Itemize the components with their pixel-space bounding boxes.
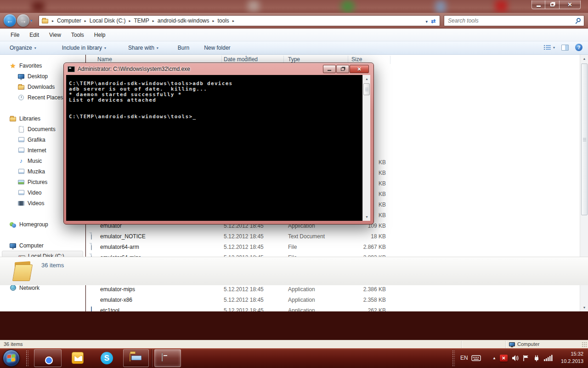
menu-file[interactable]: File <box>6 30 24 40</box>
search-input[interactable] <box>444 16 584 26</box>
taskbar-explorer-button[interactable] <box>123 349 149 367</box>
volume-icon[interactable] <box>512 355 519 363</box>
clock-time: 15:32 <box>561 350 583 357</box>
language-indicator[interactable]: EN <box>460 355 468 361</box>
taskbar-cmd-button[interactable] <box>154 349 181 367</box>
menu-view[interactable]: View <box>44 30 66 40</box>
scroll-down-button[interactable]: ▼ <box>580 304 588 311</box>
close-button[interactable]: ✕ <box>559 0 581 9</box>
taskbar-clock[interactable]: 15:32 10.2.2013 <box>561 350 583 365</box>
console-icon <box>162 353 163 362</box>
column-header-name[interactable]: Name <box>97 56 112 63</box>
network-signal-icon[interactable] <box>544 355 553 363</box>
sidebar-spacer <box>0 230 85 240</box>
new-folder-button[interactable]: New folder <box>200 42 234 53</box>
file-row[interactable]: emulator_NOTICE5.12.2012 18:45Text Docum… <box>86 231 580 242</box>
menu-edit[interactable]: Edit <box>24 30 44 40</box>
scrollbar-thumb[interactable] <box>581 63 588 215</box>
refresh-button[interactable]: ⇄ <box>429 17 438 25</box>
cmd-maximize-button[interactable] <box>336 65 349 73</box>
file-name: emulator-x86 <box>100 297 132 303</box>
cmd-window: Administrator: C:\Windows\system32\cmd.e… <box>63 63 374 224</box>
breadcrumb-android-sdk[interactable]: android-sdk-windows <box>158 17 209 24</box>
burn-button[interactable]: Burn <box>174 42 193 53</box>
breadcrumb-separator-icon: ▸ <box>81 19 90 23</box>
menu-help[interactable]: Help <box>89 30 111 40</box>
console-line: * daemon started successfully * <box>69 92 361 97</box>
sidebar-label: Music <box>28 158 42 164</box>
skype-icon-button[interactable]: S <box>101 352 113 364</box>
file-row[interactable]: emulator-x865.12.2012 18:45Application2.… <box>86 295 580 305</box>
start-button[interactable] <box>3 350 20 367</box>
scroll-up-button[interactable]: ▲ <box>363 75 371 83</box>
column-divider[interactable] <box>390 56 390 64</box>
close-icon: ✕ <box>502 356 505 361</box>
cmd-close-button[interactable]: ✕ <box>350 65 369 73</box>
sidebar-label: Documents <box>28 126 56 132</box>
status-context: Computer <box>509 341 539 347</box>
console-output[interactable]: C:\TEMP\android-sdk-windows\tools>adb de… <box>66 75 370 221</box>
text-file-icon <box>91 233 92 239</box>
column-header-type[interactable]: Type <box>288 56 300 63</box>
menu-tools[interactable]: Tools <box>66 30 89 40</box>
outlook-icon-button[interactable] <box>72 352 84 364</box>
search-icon <box>577 18 581 22</box>
show-hidden-icons-button[interactable]: ▲ <box>492 356 496 360</box>
desktop-icon-blur <box>435 1 446 13</box>
system-tray: EN ▲ ✕ 15:32 10.2.2013 <box>450 348 588 368</box>
thumb-grip <box>365 89 368 90</box>
address-bar[interactable]: ▸ Computer ▸ Local Disk (C:) ▸ TEMP ▸ an… <box>39 15 440 26</box>
sidebar-label: Homegroup <box>19 221 48 228</box>
include-in-library-button[interactable]: Include in library▾ <box>58 42 110 53</box>
column-header-date[interactable]: Date modified <box>224 56 258 63</box>
power-plug-icon[interactable] <box>533 355 540 363</box>
change-view-button[interactable]: ▾ <box>544 45 555 51</box>
sidebar-item-computer[interactable]: Computer <box>0 240 85 251</box>
sidebar-label: Libraries <box>19 115 40 122</box>
action-center-flag-icon[interactable] <box>523 355 529 363</box>
file-row[interactable]: emulator64-arm5.12.2012 18:45File2.867 K… <box>86 242 580 253</box>
file-date: 5.12.2012 18:45 <box>224 286 264 293</box>
keyboard-icon[interactable] <box>471 355 481 363</box>
minimize-button[interactable] <box>531 0 545 9</box>
breadcrumb-separator-icon: ▸ <box>49 19 57 23</box>
breadcrumb-local-disk[interactable]: Local Disk (C:) <box>90 17 126 24</box>
taskbar-chrome-button[interactable] <box>34 349 62 367</box>
alert-badge-icon[interactable]: ✕ <box>500 355 508 362</box>
scrollbar-thumb[interactable] <box>363 83 370 95</box>
breadcrumb-computer[interactable]: Computer <box>57 17 81 24</box>
breadcrumb-separator-icon: ▸ <box>125 19 134 23</box>
scroll-down-button[interactable]: ▼ <box>363 213 371 221</box>
organize-label: Organize <box>10 45 32 51</box>
breadcrumb-temp[interactable]: TEMP <box>134 17 149 24</box>
title-bar[interactable]: ✕ <box>0 0 588 13</box>
file-row[interactable]: emulator-mips5.12.2012 18:45Application2… <box>86 284 580 295</box>
restore-button[interactable] <box>545 0 559 9</box>
status-divider <box>505 341 506 348</box>
videos-icon <box>17 200 25 207</box>
search-box[interactable] <box>444 15 584 26</box>
cmd-minimize-button[interactable] <box>323 65 336 73</box>
address-dropdown[interactable]: ▾ <box>425 19 428 24</box>
taskbar-grip <box>26 350 28 366</box>
recent-pages-dropdown[interactable]: ▾ <box>30 18 33 23</box>
column-header-size[interactable]: Size <box>351 56 362 63</box>
resize-grip[interactable] <box>582 342 587 347</box>
console-prompt-line: C:\TEMP\android-sdk-windows\tools>_ <box>69 114 361 119</box>
computer-icon <box>509 342 515 346</box>
scroll-up-button[interactable]: ▲ <box>580 55 588 63</box>
chevron-down-icon: ▾ <box>157 46 158 50</box>
file-row[interactable]: etc1tool5.12.2012 18:45Application262 KB <box>86 305 580 311</box>
documents-icon <box>17 126 25 133</box>
sidebar-label: Muzika <box>28 168 45 175</box>
forward-button[interactable]: → <box>17 14 29 27</box>
back-button[interactable]: ← <box>4 14 16 27</box>
breadcrumb-tools[interactable]: tools <box>218 17 229 24</box>
organize-button[interactable]: Organize▾ <box>6 42 40 53</box>
preview-pane-button[interactable] <box>561 45 569 51</box>
share-with-button[interactable]: Share with▾ <box>124 42 163 53</box>
chevron-down-icon: ▾ <box>30 18 33 23</box>
console-scrollbar[interactable]: ▲ ▼ <box>362 75 370 221</box>
help-button[interactable]: ? <box>575 44 582 51</box>
music-icon: ♪ <box>17 157 25 165</box>
